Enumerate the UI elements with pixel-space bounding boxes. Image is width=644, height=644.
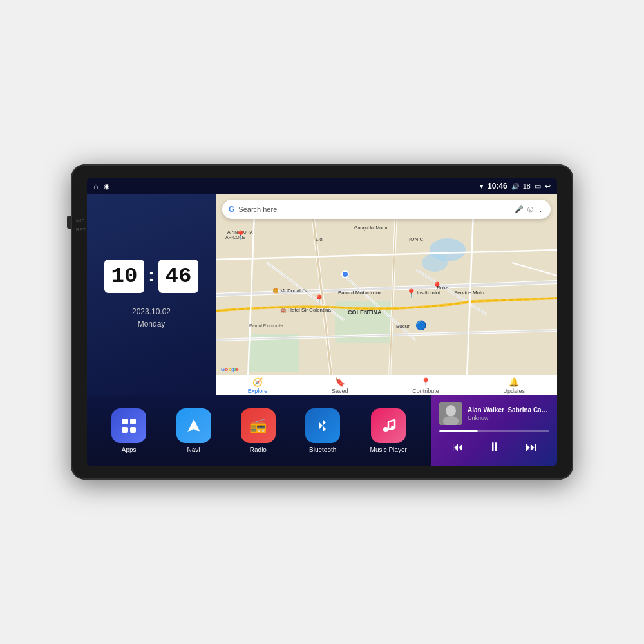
clock-minutes: 46 bbox=[158, 260, 198, 293]
updates-label: Updates bbox=[504, 388, 526, 394]
app-icon-music[interactable]: Music Player bbox=[370, 408, 407, 453]
map-area[interactable]: APINATURA APICOLE Lidl Garajul lui Mortu… bbox=[216, 194, 557, 395]
app-icon-bluetooth[interactable]: Bluetooth bbox=[305, 408, 340, 453]
next-button[interactable]: ⏭ bbox=[522, 437, 541, 457]
app-icon-navi[interactable]: Navi bbox=[176, 408, 211, 453]
google-maps-icon: G bbox=[229, 205, 234, 214]
back-icon[interactable]: ↩ bbox=[545, 182, 551, 191]
map-tab-saved[interactable]: 🔖 Saved bbox=[332, 377, 348, 394]
window-icon: ▭ bbox=[535, 182, 541, 191]
svg-rect-24 bbox=[122, 427, 128, 433]
saved-label: Saved bbox=[332, 388, 348, 394]
svg-line-31 bbox=[388, 420, 395, 422]
radio-icon-circle: 📻 bbox=[241, 408, 276, 443]
music-info: Alan Walker_Sabrina Carpenter_F... Unkno… bbox=[439, 402, 549, 425]
apps-icon-circle bbox=[111, 408, 146, 443]
svg-line-18 bbox=[216, 250, 557, 260]
app-icon-radio[interactable]: 📻 Radio bbox=[241, 408, 276, 453]
voice-search-icon[interactable]: 🎤 bbox=[515, 205, 524, 214]
battery-count: 18 bbox=[523, 182, 531, 190]
car-head-unit: MIC RST ⌂ ◉ ▾ 10:46 🔊 18 ▭ ↩ bbox=[71, 164, 573, 480]
updates-icon: 🔔 bbox=[509, 377, 519, 387]
lens-icon[interactable]: ⦾ bbox=[527, 205, 533, 214]
music-icon-circle bbox=[371, 408, 406, 443]
menu-dots-icon[interactable]: ⋮ bbox=[537, 205, 544, 214]
status-bar: ⌂ ◉ ▾ 10:46 🔊 18 ▭ ↩ bbox=[87, 178, 557, 194]
app-icon-apps[interactable]: Apps bbox=[111, 408, 146, 453]
map-search-text: Search here bbox=[238, 205, 511, 213]
map-label-ion: ION C. bbox=[409, 236, 424, 242]
saved-icon: 🔖 bbox=[335, 377, 345, 387]
contribute-label: Contribute bbox=[412, 388, 439, 394]
svg-rect-22 bbox=[122, 419, 128, 424]
svg-marker-26 bbox=[187, 419, 200, 432]
clock-colon: : bbox=[148, 264, 155, 286]
map-label-roka: Roka bbox=[437, 285, 449, 290]
map-pin-hotel: 📍 bbox=[314, 294, 325, 305]
volume-icon: 🔊 bbox=[511, 183, 519, 190]
map-pin-1: 📍 bbox=[235, 230, 246, 240]
music-player-widget: Alan Walker_Sabrina Carpenter_F... Unkno… bbox=[431, 395, 557, 466]
clock-date: 2023.10.02 Monday bbox=[132, 306, 171, 330]
map-label-colentina: COLENTINA bbox=[348, 309, 382, 316]
mic-label: MIC bbox=[76, 218, 85, 223]
map-search-bar[interactable]: G Search here 🎤 ⦾ ⋮ bbox=[222, 200, 551, 219]
google-logo: Google bbox=[221, 366, 239, 372]
music-controls: ⏮ ⏸ ⏭ bbox=[439, 437, 549, 457]
svg-rect-23 bbox=[130, 419, 136, 424]
map-label-hotel: 🏨 Hotel Sir Colentina bbox=[280, 307, 331, 313]
status-left: ⌂ ◉ bbox=[93, 182, 110, 191]
svg-line-11 bbox=[390, 211, 396, 379]
map-tab-contribute[interactable]: 📍 Contribute bbox=[412, 377, 439, 394]
rst-label: RST bbox=[76, 227, 86, 232]
music-album-art bbox=[439, 402, 462, 425]
music-text: Alan Walker_Sabrina Carpenter_F... Unkno… bbox=[468, 406, 549, 421]
map-search-actions: 🎤 ⦾ ⋮ bbox=[515, 205, 544, 214]
radio-label: Radio bbox=[250, 446, 267, 453]
map-pin-icon[interactable]: ◉ bbox=[104, 182, 110, 191]
contribute-icon: 📍 bbox=[421, 377, 431, 387]
map-label-lidl: Lidl bbox=[316, 236, 323, 242]
map-label-service: Service Moto bbox=[454, 290, 484, 296]
clock-hours: 10 bbox=[104, 260, 144, 293]
clock-widget: 10 : 46 2023.10.02 Monday bbox=[87, 194, 216, 395]
navi-icon-circle bbox=[176, 408, 211, 443]
status-time: 10:46 bbox=[488, 182, 507, 191]
side-button[interactable] bbox=[67, 216, 71, 229]
explore-label: Explore bbox=[248, 388, 268, 394]
current-location-dot bbox=[341, 270, 349, 278]
svg-point-34 bbox=[446, 405, 456, 417]
main-content: 10 : 46 2023.10.02 Monday bbox=[87, 194, 557, 466]
music-title: Alan Walker_Sabrina Carpenter_F... bbox=[468, 406, 549, 413]
bluetooth-label: Bluetooth bbox=[309, 446, 336, 453]
svg-line-5 bbox=[216, 282, 557, 295]
home-icon[interactable]: ⌂ bbox=[93, 182, 99, 191]
map-background: APINATURA APICOLE Lidl Garajul lui Mortu… bbox=[216, 194, 557, 395]
bluetooth-icon-circle bbox=[305, 408, 340, 443]
map-label-motodrom: Parcul Motodrom bbox=[338, 290, 381, 296]
music-progress-bar[interactable] bbox=[439, 430, 549, 432]
map-label-garajul: Garajul lui Mortu bbox=[354, 225, 387, 230]
svg-point-1 bbox=[422, 254, 448, 272]
map-tab-updates[interactable]: 🔔 Updates bbox=[504, 377, 526, 394]
prev-button[interactable]: ⏮ bbox=[448, 437, 468, 457]
music-artist: Unknown bbox=[468, 415, 549, 421]
wifi-icon: ▾ bbox=[480, 182, 484, 191]
svg-rect-25 bbox=[130, 427, 136, 433]
status-right: ▾ 10:46 🔊 18 ▭ ↩ bbox=[480, 182, 551, 191]
map-tab-explore[interactable]: 🧭 Explore bbox=[248, 377, 268, 394]
map-label-mcdonald: 🍔 McDonald's bbox=[272, 288, 307, 294]
map-pin-institut: 📍 bbox=[406, 288, 417, 298]
app-icons-area: Apps Navi 📻 Radio bbox=[87, 395, 431, 466]
map-pin-bucur: 🔵 bbox=[415, 320, 426, 330]
screen: ⌂ ◉ ▾ 10:46 🔊 18 ▭ ↩ 10 : bbox=[87, 178, 557, 466]
top-section: 10 : 46 2023.10.02 Monday bbox=[87, 194, 557, 395]
bottom-section: Apps Navi 📻 Radio bbox=[87, 395, 557, 466]
music-progress-fill bbox=[439, 430, 478, 432]
apps-label: Apps bbox=[122, 446, 137, 453]
map-label-bucur: Bucur bbox=[396, 323, 410, 329]
clock-display: 10 : 46 bbox=[104, 260, 198, 293]
svg-line-21 bbox=[512, 263, 557, 276]
navi-label: Navi bbox=[187, 446, 200, 453]
play-pause-button[interactable]: ⏸ bbox=[485, 437, 504, 457]
